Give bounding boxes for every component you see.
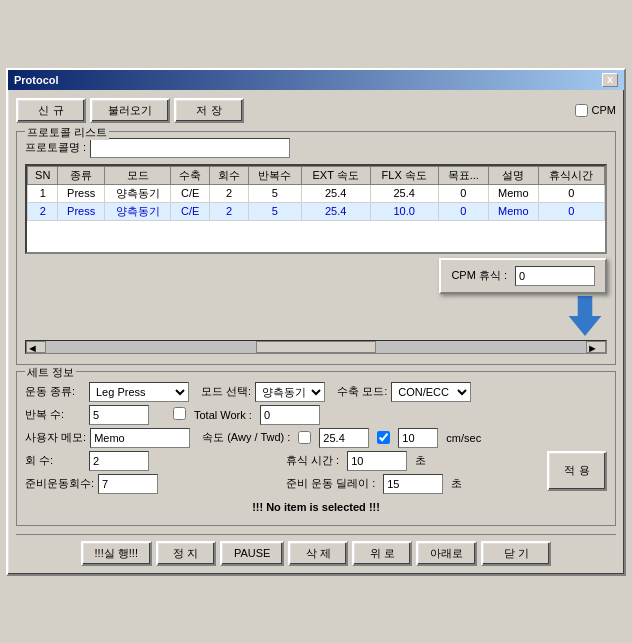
speed-checkbox1[interactable] (298, 431, 311, 444)
cpm-rest-input[interactable] (515, 266, 595, 286)
total-work-input[interactable] (260, 405, 320, 425)
protocol-name-label: 프로토콜명 : (25, 140, 86, 155)
delete-button[interactable]: 삭 제 (288, 541, 348, 566)
warmup-input[interactable] (98, 474, 158, 494)
col-rest: 휴식시간 (538, 166, 604, 184)
pause-button[interactable]: PAUSE (220, 541, 284, 566)
rest-time-row: 휴식 시간 : 초 (286, 451, 539, 471)
stop-button[interactable]: 정 지 (156, 541, 216, 566)
speed-label: 속도 (Awy / Twd) : (202, 430, 290, 445)
arrow-down-icon (567, 296, 603, 336)
contract-mode-label: 수축 모드: (337, 384, 387, 399)
col-contract: 수축 (171, 166, 210, 184)
memo-label: 사용자 메모: (25, 430, 86, 445)
arrow-down-indicator (25, 296, 603, 336)
col-memo: 설명 (488, 166, 538, 184)
cpm-checkbox-area: CPM (575, 104, 616, 117)
cpm-checkbox[interactable] (575, 104, 588, 117)
speed-checkbox2[interactable] (377, 431, 390, 444)
count-input[interactable] (89, 451, 149, 471)
repeat-label: 반복 수: (25, 407, 85, 422)
exercise-type-row: 운동 종류: Leg Press 모드 선택: 양측동기 수축 모드: CON/… (25, 382, 607, 402)
window-title: Protocol (14, 74, 59, 86)
set-info-group-label: 세트 정보 (25, 365, 76, 380)
speed-input2[interactable] (398, 428, 438, 448)
total-work-checkbox[interactable] (173, 407, 186, 420)
rest-time-label: 휴식 시간 : (286, 453, 339, 468)
protocol-list-group-label: 프로토콜 리스트 (25, 125, 109, 140)
scroll-right-btn[interactable]: ► (586, 341, 606, 353)
rest-time-input[interactable] (347, 451, 407, 471)
main-content: 신 규 불러오기 저 장 CPM 프로토콜 리스트 프로토콜명 : (8, 90, 624, 574)
data-table-container: SN 종류 모드 수축 회수 반복수 EXT 속도 FLX 속도 목표... 설… (25, 164, 607, 254)
warmup-row: 준비운동회수: (25, 474, 278, 494)
close-button[interactable]: X (602, 73, 618, 87)
total-work-label: Total Work : (194, 409, 252, 421)
warmup-label: 준비운동회수: (25, 476, 94, 491)
memo-input[interactable] (90, 428, 190, 448)
close-main-button[interactable]: 닫 기 (481, 541, 551, 566)
speed-unit: cm/sec (446, 432, 481, 444)
up-button[interactable]: 위 로 (352, 541, 412, 566)
apply-button[interactable]: 적 용 (547, 451, 607, 491)
col-flx-speed: FLX 속도 (370, 166, 438, 184)
repeat-input[interactable] (89, 405, 149, 425)
protocol-name-row: 프로토콜명 : (25, 138, 607, 158)
main-window: Protocol X 신 규 불러오기 저 장 CPM 프로토콜 리스트 프로토… (6, 68, 626, 576)
horizontal-scrollbar[interactable]: ◄ ► (25, 340, 607, 354)
svg-marker-0 (569, 296, 602, 336)
speed-input1[interactable] (319, 428, 369, 448)
run-button[interactable]: !!!실 행!!! (81, 541, 152, 566)
load-button[interactable]: 불러오기 (90, 98, 170, 123)
memo-row: 사용자 메모: 속도 (Awy / Twd) : cm/sec (25, 428, 607, 448)
col-count: 회수 (210, 166, 249, 184)
apply-btn-area: 적 용 (547, 451, 607, 491)
cpm-rest-label: CPM 휴식 : (451, 268, 507, 283)
mode-select[interactable]: 양측동기 (255, 382, 325, 402)
down-button[interactable]: 아래로 (416, 541, 477, 566)
table-row[interactable]: 1Press양측동기C/E2525.425.40Memo0 (28, 184, 605, 202)
protocol-table: SN 종류 모드 수축 회수 반복수 EXT 속도 FLX 속도 목표... 설… (27, 166, 605, 221)
cpm-label: CPM (592, 104, 616, 116)
col-repeat: 반복수 (248, 166, 301, 184)
repeat-row: 반복 수: Total Work : (25, 405, 607, 425)
scroll-thumb[interactable] (256, 341, 376, 353)
exercise-type-select[interactable]: Leg Press (89, 382, 189, 402)
save-button[interactable]: 저 장 (174, 98, 244, 123)
cpm-rest-popup: CPM 휴식 : (439, 258, 607, 294)
warmup-delay-unit: 초 (451, 476, 462, 491)
rest-unit: 초 (415, 453, 426, 468)
warmup-delay-input[interactable] (383, 474, 443, 494)
count-label: 회 수: (25, 453, 85, 468)
scroll-left-btn[interactable]: ◄ (26, 341, 46, 353)
protocol-list-group: 프로토콜 리스트 프로토콜명 : SN 종류 모드 수축 회수 반복수 (16, 131, 616, 365)
count-row: 회 수: (25, 451, 278, 471)
cpm-area: CPM (575, 104, 616, 117)
title-bar: Protocol X (8, 70, 624, 90)
exercise-type-label: 운동 종류: (25, 384, 85, 399)
count-rest-row: 회 수: 준비운동회수: 휴식 시간 : 초 준비 운동 (25, 451, 607, 497)
col-ext-speed: EXT 속도 (301, 166, 370, 184)
col-type: 종류 (58, 166, 105, 184)
mode-select-label: 모드 선택: (201, 384, 251, 399)
col-target: 목표... (438, 166, 488, 184)
no-item-message: !!! No item is selected !!! (25, 501, 607, 513)
new-button[interactable]: 신 규 (16, 98, 86, 123)
col-mode: 모드 (104, 166, 170, 184)
top-buttons-row: 신 규 불러오기 저 장 CPM (16, 98, 616, 123)
bottom-buttons-row: !!!실 행!!! 정 지 PAUSE 삭 제 위 로 아래로 닫 기 (16, 534, 616, 566)
col-sn: SN (28, 166, 58, 184)
table-row[interactable]: 2Press양측동기C/E2525.410.00Memo0 (28, 202, 605, 220)
contract-mode-select[interactable]: CON/ECC (391, 382, 471, 402)
scroll-track (46, 341, 586, 353)
protocol-name-input[interactable] (90, 138, 290, 158)
warmup-delay-row: 준비 운동 딜레이 : 초 (286, 474, 539, 494)
set-info-group: 세트 정보 운동 종류: Leg Press 모드 선택: 양측동기 수축 모드… (16, 371, 616, 526)
warmup-delay-label: 준비 운동 딜레이 : (286, 476, 375, 491)
